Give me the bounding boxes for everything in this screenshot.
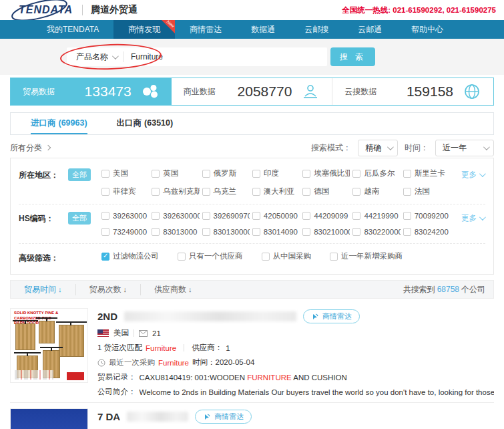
nav-item-help-center[interactable]: 帮助中心: [397, 20, 458, 39]
hscode-option[interactable]: 83014090: [252, 228, 300, 236]
nav-item-my-tendata[interactable]: 我的TENDATA: [32, 20, 113, 39]
checkbox[interactable]: [202, 170, 210, 178]
checkbox[interactable]: [403, 188, 411, 196]
checkbox[interactable]: [101, 170, 109, 178]
checkbox[interactable]: [403, 228, 411, 236]
hscode-option[interactable]: 83024200: [403, 228, 451, 236]
sort-by-trade-count[interactable]: 贸易次数↓: [76, 284, 142, 295]
hscode-option[interactable]: 3926909709: [202, 212, 250, 220]
checkbox[interactable]: [302, 228, 310, 236]
all-categories-link[interactable]: 所有分类: [10, 142, 50, 154]
advanced-option-filter-logistics[interactable]: 过滤物流公司: [101, 251, 159, 261]
checkbox[interactable]: [101, 188, 109, 196]
nav-item-business-discovery[interactable]: 商情发现 New: [113, 20, 175, 39]
checkbox[interactable]: [330, 253, 338, 261]
region-all-button[interactable]: 全部: [68, 168, 91, 181]
hscode-option[interactable]: 3926300000: [152, 212, 199, 220]
checkbox[interactable]: [352, 228, 360, 236]
tab-importers[interactable]: 进口商 (69963): [31, 113, 87, 134]
region-option[interactable]: 厄瓜多尔: [352, 168, 400, 178]
region-option[interactable]: 埃塞俄比亚: [302, 168, 350, 178]
checkbox[interactable]: [252, 188, 260, 196]
search-mode-select[interactable]: 精确: [358, 140, 398, 156]
stat-cloud-search-data[interactable]: 云搜数据 159158: [332, 78, 493, 105]
tab-exporters[interactable]: 出口商 (63510): [117, 113, 174, 134]
region-option[interactable]: 俄罗斯: [202, 168, 250, 178]
search-button[interactable]: 搜 索: [330, 47, 375, 66]
checkbox[interactable]: [202, 228, 210, 236]
checkbox[interactable]: [302, 212, 310, 220]
checkbox[interactable]: [352, 170, 360, 178]
region-option[interactable]: 英国: [152, 168, 199, 178]
region-option[interactable]: 乌克兰: [202, 186, 250, 196]
checkbox[interactable]: [101, 212, 109, 220]
search-field-selector[interactable]: 产品名称: [67, 51, 123, 63]
checkbox[interactable]: [202, 188, 210, 196]
hotline-text: 全国统一热线: 021-61590292, 021-61590275: [342, 5, 496, 15]
region-option[interactable]: 德国: [302, 186, 350, 196]
region-option[interactable]: 斯里兰卡: [403, 168, 451, 178]
checkbox[interactable]: [262, 253, 270, 261]
business-radar-button[interactable]: 商情雷达: [195, 410, 252, 424]
stat-trade-data[interactable]: 贸易数据 133473: [11, 78, 172, 105]
hscode-option[interactable]: 8302100000: [302, 228, 350, 236]
sort-by-supplier-count[interactable]: 供应商数↓: [141, 284, 206, 295]
checkbox[interactable]: [178, 253, 186, 261]
search-input[interactable]: [124, 52, 327, 61]
advanced-option-buy-from-china[interactable]: 从中国采购: [262, 251, 312, 261]
hscode-option[interactable]: 70099200: [403, 212, 451, 220]
checkbox[interactable]: [252, 228, 260, 236]
sort-by-trade-time[interactable]: 贸易时间↓: [19, 284, 76, 295]
nav-item-business-radar[interactable]: 商情雷达: [175, 20, 236, 39]
business-radar-button[interactable]: 商情雷达: [303, 309, 360, 323]
region-option[interactable]: 法国: [403, 186, 451, 196]
region-option[interactable]: 澳大利亚: [252, 186, 300, 196]
hscode-option[interactable]: 39263000: [101, 212, 149, 220]
company-name[interactable]: 2ND: [97, 311, 117, 322]
checkbox[interactable]: [252, 212, 260, 220]
checkbox[interactable]: [152, 228, 160, 236]
stat-business-data[interactable]: 商业数据 2058770: [172, 78, 333, 105]
region-option[interactable]: 乌兹别克斯...: [152, 186, 199, 196]
checkbox[interactable]: [101, 228, 109, 236]
hscode-option[interactable]: 42050090: [252, 212, 300, 220]
advanced-option-new-buyers[interactable]: 近一年新增采购商: [330, 251, 403, 261]
region-more-link[interactable]: 更多: [461, 170, 484, 180]
hscode-option[interactable]: 44219990: [352, 212, 400, 220]
hscode-option[interactable]: 8301300000: [202, 228, 250, 236]
time-select[interactable]: 近一年: [435, 140, 494, 156]
checkbox[interactable]: [202, 212, 210, 220]
recent-purchase-label: 最近一次采购: [109, 358, 155, 368]
checkbox[interactable]: [302, 188, 310, 196]
nav-item-cloud-mail-search[interactable]: 云邮搜: [290, 20, 343, 39]
checkbox[interactable]: [101, 253, 109, 261]
checkbox[interactable]: [152, 188, 160, 196]
checkbox[interactable]: [403, 212, 411, 220]
checkbox[interactable]: [152, 212, 160, 220]
company-name[interactable]: 7 DA: [97, 411, 120, 422]
region-option[interactable]: 美国: [101, 168, 149, 178]
nav-item-data-pass[interactable]: 数据通: [236, 20, 290, 39]
advanced-option-single-supplier[interactable]: 只有一个供应商: [178, 251, 243, 261]
checkbox[interactable]: [352, 188, 360, 196]
hscode-option[interactable]: 44209099: [302, 212, 350, 220]
region-option[interactable]: 菲律宾: [101, 186, 149, 196]
hscode-option[interactable]: 83013000: [152, 228, 199, 236]
checkbox[interactable]: [252, 170, 260, 178]
region-option[interactable]: 越南: [352, 186, 400, 196]
top-header: TENDATA 腾道外贸通 全国统一热线: 021-61590292, 021-…: [0, 0, 504, 20]
hscode-option[interactable]: 8302200000: [352, 228, 400, 236]
logo-text: TENDATA: [19, 4, 73, 15]
region-option[interactable]: 印度: [252, 168, 300, 178]
time-label: 时间：: [405, 142, 429, 154]
checkbox[interactable]: [152, 170, 160, 178]
result-count-value: 68758: [435, 285, 461, 294]
nav-item-cloud-mail-pass[interactable]: 云邮通: [343, 20, 397, 39]
checkbox[interactable]: [352, 212, 360, 220]
checkbox[interactable]: [302, 170, 310, 178]
hscode-option[interactable]: 73249000: [101, 228, 149, 236]
hscode-all-button[interactable]: 全部: [68, 212, 91, 225]
checkbox[interactable]: [403, 170, 411, 178]
filter-panel: 所在地区： 全部 美国 英国 俄罗斯 印度 埃塞俄比亚 厄瓜多尔 斯里兰卡 菲律…: [10, 158, 494, 275]
hscode-more-link[interactable]: 更多: [461, 213, 484, 223]
